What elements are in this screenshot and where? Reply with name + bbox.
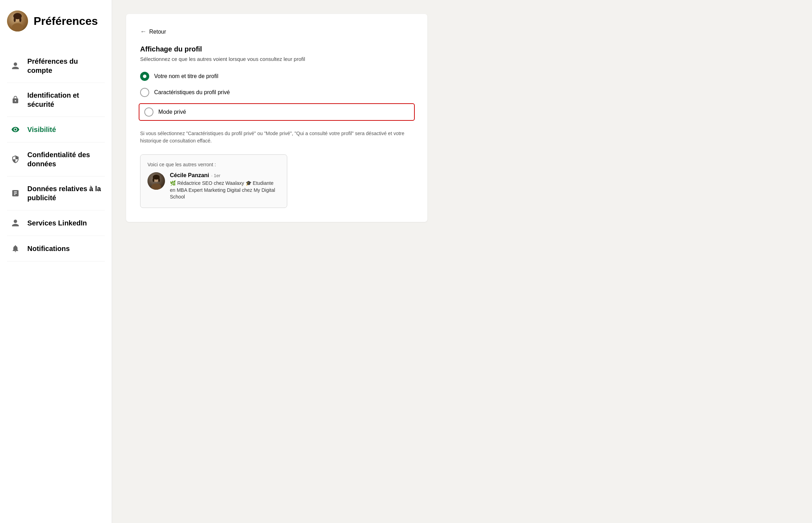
radio-label-prive: Mode privé xyxy=(158,109,186,115)
info-text: Si vous sélectionnez "Caractéristiques d… xyxy=(140,130,413,145)
profile-avatar-image xyxy=(147,172,165,190)
svg-point-3 xyxy=(14,17,16,22)
profile-name-row: Cécile Panzani · 1er xyxy=(170,172,280,179)
preview-card: Voici ce que les autres verront : xyxy=(140,154,287,208)
profile-description: 🌿 Rédactrice SEO chez Waalaxy 🎓 Etudiant… xyxy=(170,180,280,201)
ad-icon xyxy=(11,188,20,198)
back-arrow-icon: ← xyxy=(140,28,146,35)
avatar-image xyxy=(7,11,28,32)
radio-option-caracteristiques[interactable]: Caractéristiques du profil privé xyxy=(140,88,413,97)
preview-profile: Cécile Panzani · 1er 🌿 Rédactrice SEO ch… xyxy=(147,172,280,201)
section-subtitle: Sélectionnez ce que les autres voient lo… xyxy=(140,56,413,62)
radio-option-nom[interactable]: Votre nom et titre de profil xyxy=(140,72,413,81)
avatar xyxy=(7,11,28,32)
sidebar-item-confidentialite[interactable]: Confidentialité des données xyxy=(7,142,105,176)
svg-point-4 xyxy=(19,17,21,22)
back-label: Retour xyxy=(149,29,166,35)
section-title: Affichage du profil xyxy=(140,45,413,53)
sidebar-item-notifications[interactable]: Notifications xyxy=(7,236,105,262)
sidebar-item-notifications-label: Notifications xyxy=(27,244,70,253)
radio-circle-nom xyxy=(140,72,149,81)
person-icon xyxy=(11,61,20,71)
radio-circle-caracteristiques xyxy=(140,88,149,97)
svg-point-9 xyxy=(158,178,160,182)
profile-badge: · 1er xyxy=(211,173,220,178)
sidebar-item-securite-label: Identification et sécurité xyxy=(27,91,101,109)
sidebar-item-publicite-label: Données relatives à la publicité xyxy=(27,184,101,202)
sidebar-item-confidentialite-label: Confidentialité des données xyxy=(27,150,101,168)
profile-info: Cécile Panzani · 1er 🌿 Rédactrice SEO ch… xyxy=(170,172,280,201)
radio-group: Votre nom et titre de profil Caractérist… xyxy=(140,72,413,120)
sidebar-item-publicite[interactable]: Données relatives à la publicité xyxy=(7,176,105,210)
sidebar: Préférences Préférences du compte Identi… xyxy=(0,0,112,523)
content-card: ← Retour Affichage du profil Sélectionne… xyxy=(126,14,427,222)
radio-option-prive[interactable]: Mode privé xyxy=(139,103,415,121)
shield-icon xyxy=(11,154,20,164)
eye-icon xyxy=(11,125,20,134)
svg-point-6 xyxy=(151,183,161,190)
sidebar-item-visibilite[interactable]: Visibilité xyxy=(7,117,105,142)
main-content: ← Retour Affichage du profil Sélectionne… xyxy=(112,0,812,523)
sidebar-header: Préférences xyxy=(7,11,105,35)
radio-label-caracteristiques: Caractéristiques du profil privé xyxy=(154,89,230,96)
svg-point-8 xyxy=(153,178,154,182)
lock-icon xyxy=(11,95,20,105)
preview-header: Voici ce que les autres verront : xyxy=(147,162,280,167)
sidebar-item-linkedin[interactable]: Services LinkedIn xyxy=(7,210,105,236)
profile-avatar xyxy=(147,172,165,190)
sidebar-item-linkedin-label: Services LinkedIn xyxy=(27,218,87,228)
svg-point-1 xyxy=(12,23,23,32)
sidebar-item-securite[interactable]: Identification et sécurité xyxy=(7,83,105,117)
radio-label-nom: Votre nom et titre de profil xyxy=(154,73,218,79)
radio-circle-prive xyxy=(144,107,153,117)
bell-icon xyxy=(11,244,20,253)
sidebar-item-compte[interactable]: Préférences du compte xyxy=(7,49,105,83)
sidebar-navigation: Préférences du compte Identification et … xyxy=(7,49,105,262)
page-title: Préférences xyxy=(34,15,98,28)
services-icon xyxy=(11,218,20,228)
sidebar-item-visibilite-label: Visibilité xyxy=(27,125,56,134)
profile-name: Cécile Panzani xyxy=(170,172,209,179)
sidebar-item-compte-label: Préférences du compte xyxy=(27,57,101,75)
back-link[interactable]: ← Retour xyxy=(140,28,413,35)
